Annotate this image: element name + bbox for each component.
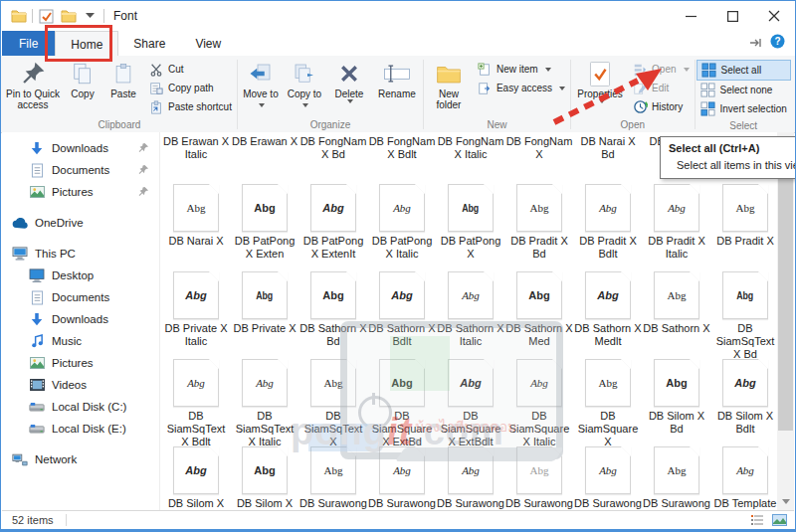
copy-path-button[interactable]: Copy path — [144, 79, 236, 97]
file-item[interactable]: AbgDB Silom X Bdlt — [711, 359, 777, 436]
tab-file[interactable]: File — [2, 31, 55, 56]
file-item[interactable]: AbgDB Pradit X — [711, 184, 777, 248]
file-item[interactable]: AbgDB Pradit X Bd — [505, 184, 573, 261]
select-all-button[interactable]: Select all — [696, 60, 791, 81]
new-item-button[interactable]: New item — [473, 60, 569, 79]
new-folder-button[interactable]: New folder — [425, 58, 473, 111]
file-item[interactable]: AbgDB Pradit X Bdlt — [574, 184, 642, 261]
sidebar-item-onedrive[interactable]: OneDrive — [2, 212, 159, 234]
file-item[interactable]: AbgDB Template X — [711, 446, 777, 510]
file-item[interactable]: AbgDB SiamSqText X Bd — [711, 271, 777, 361]
file-item[interactable]: DB Narai X Bd — [574, 135, 642, 161]
easy-access-button[interactable]: Easy access — [473, 79, 569, 97]
details-view-icon[interactable] — [748, 513, 766, 528]
close-button[interactable] — [753, 1, 795, 31]
properties-button[interactable]: Properties — [572, 58, 628, 104]
file-item[interactable]: DB FongNam X Bdlt — [368, 135, 436, 161]
help-icon[interactable]: ? — [770, 34, 785, 53]
paste-shortcut-button[interactable]: Paste shortcut — [144, 97, 236, 116]
file-item[interactable]: AbgDB SiamSquare X ExtBdlt — [437, 359, 504, 448]
sidebar-item-label: Music — [52, 335, 82, 347]
file-item[interactable]: AbgDB Surawong — [574, 446, 642, 510]
sidebar-item-local-disk-c-[interactable]: Local Disk (C:) — [2, 396, 159, 418]
file-item[interactable]: AbgDB SiamSquare X Italic — [505, 359, 573, 448]
file-item[interactable]: AbgDB Silom X Italic — [162, 446, 230, 510]
tab-share[interactable]: Share — [118, 31, 180, 56]
tab-view[interactable]: View — [180, 31, 236, 56]
collapse-ribbon-icon[interactable] — [748, 35, 762, 53]
file-item[interactable]: AbgDB Surawong — [643, 446, 710, 510]
scrollbar-thumb[interactable] — [778, 179, 793, 431]
open-button[interactable]: Open — [628, 60, 693, 79]
file-item[interactable]: AbgDB Surawong — [437, 446, 504, 510]
file-item[interactable]: AbgDB Surawong — [299, 446, 367, 510]
sidebar-item-downloads[interactable]: Downloads — [2, 137, 159, 159]
file-item[interactable]: AbgDB Surawong — [505, 446, 573, 510]
folder-icon[interactable] — [60, 8, 77, 24]
file-item[interactable]: DB FongNam X — [505, 135, 573, 161]
file-item[interactable]: AbgDB Sathorn X Medlt — [574, 271, 642, 348]
ribbon: Pin to Quick access Copy Paste Cut — [1, 56, 795, 133]
rename-button[interactable]: Rename — [372, 58, 422, 100]
properties-check-icon[interactable] — [38, 8, 55, 24]
file-item[interactable]: AbgDB SiamSqText X Bdlt — [162, 359, 230, 448]
file-item[interactable]: AbgDB SiamSqText X — [299, 359, 367, 448]
file-item[interactable]: AbgDB Private X — [231, 271, 298, 335]
file-item[interactable]: AbgDB Surawong — [368, 446, 436, 510]
sidebar-item-local-disk-e-[interactable]: Local Disk (E:) — [2, 418, 159, 440]
invert-selection-button[interactable]: Invert selection — [696, 99, 791, 118]
thumbnail-view-icon[interactable] — [770, 513, 788, 528]
delete-button[interactable]: Delete — [326, 58, 372, 104]
sidebar-item-videos[interactable]: Videos — [2, 374, 159, 396]
file-item-label: DB PatPong X Exten — [231, 235, 298, 261]
file-item[interactable]: AbgDB Private X Italic — [162, 271, 230, 348]
file-item[interactable]: AbgDB Sathorn X Bd — [299, 271, 367, 348]
file-item[interactable]: DB FongNam X Bd — [299, 135, 367, 161]
tab-home[interactable]: Home — [55, 31, 118, 56]
copy-to-button[interactable]: Copy to — [283, 58, 326, 111]
group-label-new: New — [425, 117, 569, 132]
file-item[interactable]: AbgDB SiamSqText X Italic — [231, 359, 298, 448]
file-item[interactable]: AbgDB Sathorn X Bdlt — [368, 271, 436, 348]
scroll-down-arrow-icon[interactable] — [777, 493, 794, 510]
select-none-button[interactable]: Select none — [696, 81, 791, 99]
sidebar-item-documents[interactable]: Documents — [2, 286, 159, 308]
file-item[interactable]: AbgDB Narai X — [162, 184, 230, 248]
sidebar-item-this-pc[interactable]: This PC — [2, 243, 159, 265]
file-item[interactable]: AbgDB PatPong X ExtenIt — [299, 184, 367, 261]
font-sample-text: Abg — [391, 289, 412, 301]
file-item-label: DB Sathorn X Bd — [299, 322, 367, 348]
cut-button[interactable]: Cut — [144, 60, 236, 79]
qat-customize-chevron-icon[interactable] — [82, 8, 99, 24]
sidebar-item-network[interactable]: Network — [2, 448, 159, 470]
file-item[interactable]: AbgDB Silom X — [231, 446, 298, 510]
file-item[interactable]: AbgDB SiamSquare X ExtBd — [368, 359, 436, 448]
sidebar-item-documents[interactable]: Documents — [2, 159, 159, 181]
minimize-button[interactable] — [670, 1, 711, 31]
file-item[interactable]: AbgDB PatPong X Italic — [368, 184, 436, 261]
copy-button[interactable]: Copy — [63, 58, 102, 100]
file-item[interactable]: AbgDB Sathorn X Med — [505, 271, 573, 348]
file-item[interactable]: AbgDB Silom X Bd — [643, 359, 710, 436]
edit-button[interactable]: Edit — [628, 79, 693, 97]
file-item[interactable]: AbgDB Sathorn X — [643, 271, 710, 335]
sidebar-item-pictures[interactable]: Pictures — [2, 352, 159, 374]
paste-button[interactable]: Paste — [102, 58, 144, 100]
file-item[interactable]: DB FongNam X Italic — [437, 135, 504, 161]
file-item[interactable]: DB Erawan X Italic — [162, 135, 230, 161]
sidebar-item-downloads[interactable]: Downloads — [2, 308, 159, 330]
file-item[interactable]: AbgDB Pradit X Italic — [643, 184, 710, 261]
vertical-scrollbar[interactable] — [777, 132, 794, 510]
maximize-button[interactable] — [711, 1, 753, 31]
file-item[interactable]: AbgDB PatPong X Exten — [231, 184, 298, 261]
history-button[interactable]: History — [628, 97, 693, 116]
file-item[interactable]: AbgDB Sathorn X Italic — [437, 271, 504, 348]
file-item[interactable]: DB Erawan X — [231, 135, 298, 148]
sidebar-item-music[interactable]: Music — [2, 330, 159, 352]
file-item[interactable]: AbgDB PatPong X — [437, 184, 504, 261]
sidebar-item-pictures[interactable]: Pictures — [2, 181, 159, 203]
file-item[interactable]: AbgDB SiamSquare X — [574, 359, 642, 448]
pin-to-quick-access-button[interactable]: Pin to Quick access — [3, 58, 63, 111]
move-to-button[interactable]: Move to — [239, 58, 283, 111]
sidebar-item-desktop[interactable]: Desktop — [2, 265, 159, 286]
